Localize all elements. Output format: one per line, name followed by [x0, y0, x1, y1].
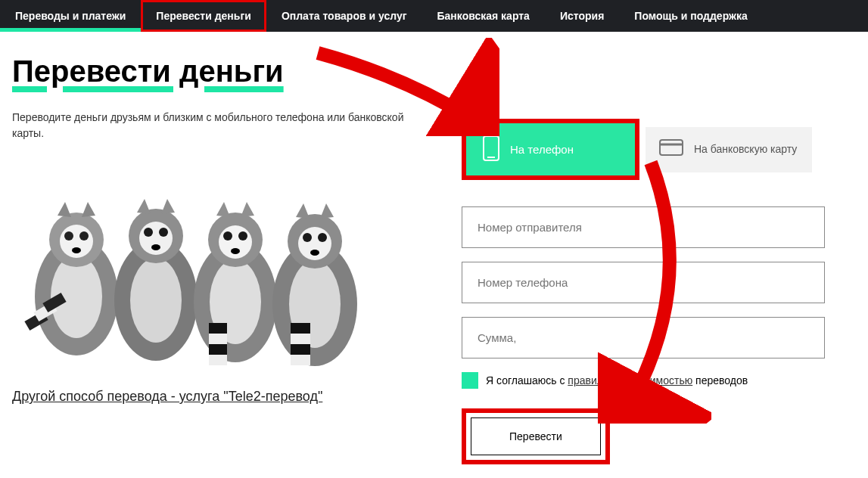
nav-item-help-support[interactable]: Помощь и поддержка — [619, 0, 762, 32]
svg-point-8 — [72, 247, 81, 253]
submit-highlight: Перевести — [462, 408, 610, 464]
svg-marker-18 — [137, 199, 151, 214]
rules-link[interactable]: правилами — [568, 374, 622, 386]
svg-marker-6 — [58, 202, 71, 217]
page-title: Перевести деньги — [12, 54, 424, 88]
promo-image-lemurs — [12, 172, 375, 380]
svg-marker-19 — [161, 199, 175, 214]
svg-marker-7 — [82, 202, 95, 217]
transfer-target-tabs: На телефон На банковскую карту — [462, 119, 853, 180]
svg-point-29 — [231, 248, 240, 254]
svg-marker-27 — [216, 202, 230, 217]
svg-point-13 — [130, 258, 182, 343]
svg-rect-46 — [291, 355, 310, 365]
svg-marker-28 — [241, 202, 254, 217]
svg-point-38 — [303, 233, 312, 242]
svg-marker-40 — [296, 203, 310, 219]
consent-checkbox[interactable] — [462, 372, 478, 389]
sender-number-field[interactable] — [462, 206, 825, 248]
phone-number-input[interactable] — [478, 276, 809, 289]
card-icon — [659, 139, 683, 159]
main-nav: Переводы и платежи Перевести деньги Опла… — [0, 0, 868, 32]
submit-button[interactable]: Перевести — [471, 417, 601, 455]
tab-to-phone[interactable]: На телефон — [462, 119, 639, 180]
nav-item-pay-services[interactable]: Оплата товаров и услуг — [266, 0, 422, 32]
consent-row: Я соглашаюсь с правилами и стоимостью пе… — [462, 372, 853, 389]
svg-rect-31 — [209, 334, 227, 344]
amount-field[interactable] — [462, 317, 825, 358]
svg-point-39 — [318, 233, 327, 242]
nav-item-history[interactable]: История — [545, 0, 619, 32]
svg-rect-44 — [291, 334, 310, 344]
svg-rect-45 — [291, 344, 310, 355]
svg-rect-43 — [291, 323, 310, 334]
svg-point-26 — [238, 231, 247, 241]
page-subtitle: Переводите деньги друзьям и близким с мо… — [12, 110, 406, 141]
svg-rect-49 — [660, 140, 683, 155]
svg-point-16 — [144, 228, 153, 237]
amount-input[interactable] — [478, 331, 809, 344]
svg-rect-33 — [209, 355, 227, 365]
svg-point-5 — [79, 231, 89, 241]
phone-number-field[interactable] — [462, 262, 825, 303]
svg-point-42 — [310, 250, 319, 256]
tab-to-phone-label: На телефон — [510, 143, 574, 156]
svg-point-20 — [151, 244, 160, 250]
svg-rect-30 — [209, 323, 227, 334]
nav-item-transfer-money[interactable]: Перевести деньги — [141, 0, 266, 32]
svg-point-17 — [159, 228, 168, 237]
svg-rect-32 — [209, 344, 227, 355]
svg-point-4 — [64, 231, 73, 241]
cost-link[interactable]: стоимостью — [634, 374, 692, 386]
nav-item-transfers-payments[interactable]: Переводы и платежи — [0, 0, 141, 32]
tab-to-card[interactable]: На банковскую карту — [646, 127, 812, 172]
alt-transfer-link[interactable]: Другой способ перевода - услуга "Tele2-п… — [12, 389, 424, 405]
tab-to-card-label: На банковскую карту — [694, 142, 797, 156]
phone-icon — [483, 135, 499, 163]
svg-point-25 — [223, 231, 232, 241]
consent-text: Я соглашаюсь с правилами и стоимостью пе… — [486, 374, 748, 386]
svg-marker-41 — [320, 203, 334, 219]
sender-number-input[interactable] — [478, 221, 809, 234]
nav-item-bank-card[interactable]: Банковская карта — [422, 0, 545, 32]
